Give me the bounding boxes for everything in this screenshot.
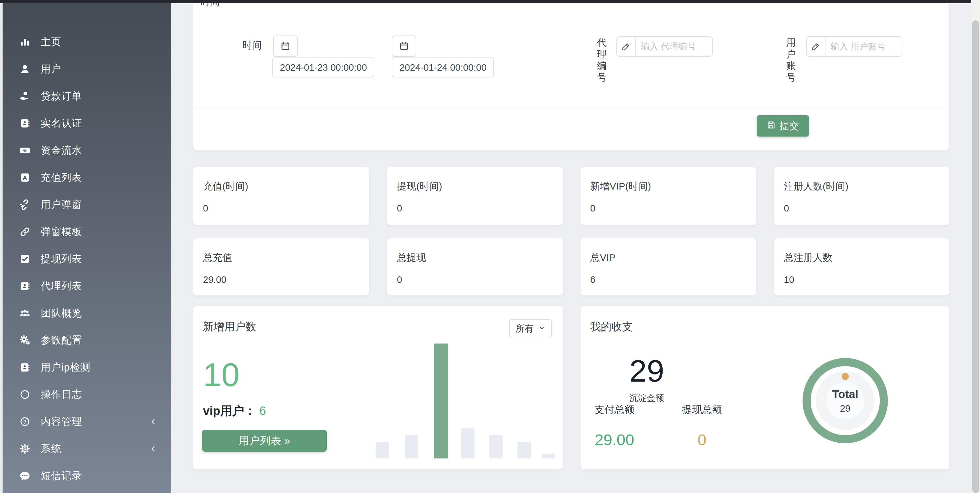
stat-title: 提现(时间) [397,180,442,193]
income-donut-chart: Total 29 [803,358,888,443]
submit-button[interactable]: 提交 [757,115,809,136]
deposit-block: 29 沉淀金额 [600,355,694,404]
stat-title: 总注册人数 [784,251,832,265]
stat-period-card-3: 新增VIP(时间)0 [581,167,756,225]
sidebar-item-10[interactable]: 代理列表 [0,273,171,300]
sidebar-item-label: 短信记录 [41,469,82,483]
stat-total-card-4: 总注册人数10 [774,238,949,295]
sidebar-item-5[interactable]: 资金流水 [0,137,171,164]
new-users-card: 新增用户数 所有 10 vip用户：6 用户列表 » [193,306,563,469]
divider [193,108,949,108]
sidebar-item-16[interactable]: 系统 [0,435,171,462]
bar [489,435,503,458]
stat-value: 0 [203,203,208,214]
bar [375,442,389,458]
vip-users-line: vip用户：6 [203,403,266,419]
sidebar-item-label: 内容管理 [41,415,82,428]
sidebar-item-label: 代理列表 [41,279,82,293]
sidebar-item-8[interactable]: 弹窗模板 [0,218,171,246]
stat-value: 29.00 [203,274,227,285]
sidebar-item-11[interactable]: 团队概览 [0,300,171,327]
unlink-icon [19,198,31,211]
hand-holding-usd-icon [19,90,31,102]
withdraw-total-value: 0 [681,431,723,449]
sidebar-item-label: 用户ip检测 [41,361,91,374]
stat-title: 新增VIP(时间) [590,180,651,193]
vip-users-value: 6 [259,404,266,417]
user-account-group [806,36,902,57]
check-square-icon [19,253,31,265]
stat-title: 注册人数(时间) [784,180,848,193]
income-card: 我的收支 29 沉淀金额 支付总额 29.00 提现总额 0 Total 29 [581,306,949,469]
vip-users-label: vip用户： [203,404,256,417]
withdraw-total-label: 提现总额 [681,403,723,417]
deposit-label: 沉淀金额 [600,392,694,404]
chevron-down-icon [538,323,545,334]
svg-text:?: ? [23,419,27,425]
sidebar-item-label: 用户弹窗 [41,198,82,211]
date-from-picker-button[interactable] [273,35,298,57]
sidebar-item-9[interactable]: 提现列表 [0,246,171,273]
user-list-button[interactable]: 用户列表 » [202,430,327,452]
window-top-edge [0,0,971,3]
stat-title: 总充值 [203,251,232,265]
donut-center-text: Total 29 [811,366,880,435]
stat-period-card-2: 提现(时间)0 [387,167,563,225]
sidebar-item-label: 弹窗模板 [41,225,82,239]
stat-total-card-2: 总提现0 [387,238,563,295]
submit-button-label: 提交 [780,119,799,133]
new-users-title: 新增用户数 [203,320,256,334]
filter-card: 时间 时间 代理编号 用户账号 提交 [193,0,949,151]
sidebar-item-label: 充值列表 [41,171,82,184]
sidebar-item-13[interactable]: 用户ip检测 [0,354,171,381]
sidebar-item-1[interactable]: 主页 [0,29,171,55]
date-to-picker-button[interactable] [392,35,416,57]
stat-period-card-1: 充值(时间)0 [193,167,369,225]
sidebar-item-12[interactable]: 参数配置 [0,327,171,354]
chart-bar-icon [19,36,31,48]
sidebar-scrollbar[interactable] [0,3,3,493]
date-from-input[interactable] [272,57,374,78]
user-account-input[interactable] [826,37,902,56]
sidebar-item-7[interactable]: 用户弹窗 [0,191,171,218]
income-title: 我的收支 [590,320,633,334]
donut-total-value: 29 [840,403,850,414]
svg-text:A: A [22,174,27,181]
sidebar-item-6[interactable]: A充值列表 [0,164,171,191]
agent-id-input[interactable] [636,37,712,56]
stat-total-card-3: 总VIP6 [581,238,756,295]
sidebar-item-4[interactable]: 实名认证 [0,110,171,137]
pencil-icon [617,37,636,56]
sidebar-item-label: 参数配置 [41,333,82,347]
stat-value: 0 [590,203,595,214]
sidebar-item-label: 主页 [41,35,61,49]
address-book-icon [19,361,31,374]
question-circle-icon: ? [19,415,31,428]
user-icon [19,63,31,75]
stat-value: 6 [590,274,595,285]
sidebar-item-label: 操作日志 [41,388,82,401]
address-card-icon [19,117,31,130]
gear-icon [19,442,31,455]
donut-total-title: Total [832,388,858,401]
scope-select-value: 所有 [515,323,534,335]
sidebar-item-17[interactable]: 短信记录 [0,462,171,490]
scope-select[interactable]: 所有 [509,319,552,338]
page-scrollbar-track[interactable] [971,0,980,493]
sidebar-item-15[interactable]: ?内容管理 [0,408,171,435]
sidebar-item-14[interactable]: 操作日志 [0,381,171,408]
calendar-icon [280,41,291,52]
sidebar-item-label: 用户 [41,62,61,76]
chevron-left-icon [150,445,157,452]
deposit-amount: 29 [600,355,694,387]
sidebar-item-label: 提现列表 [41,252,82,266]
pay-total-block: 支付总额 29.00 [590,403,639,449]
sidebar-item-3[interactable]: 贷款订单 [0,82,171,110]
date-to-input[interactable] [392,57,494,78]
withdraw-total-block: 提现总额 0 [681,403,723,449]
stat-title: 总VIP [590,251,616,265]
page-scrollbar-thumb[interactable] [972,21,979,493]
bar-highlighted [434,344,448,458]
sidebar-item-2[interactable]: 用户 [0,55,171,82]
users-icon [19,307,31,319]
